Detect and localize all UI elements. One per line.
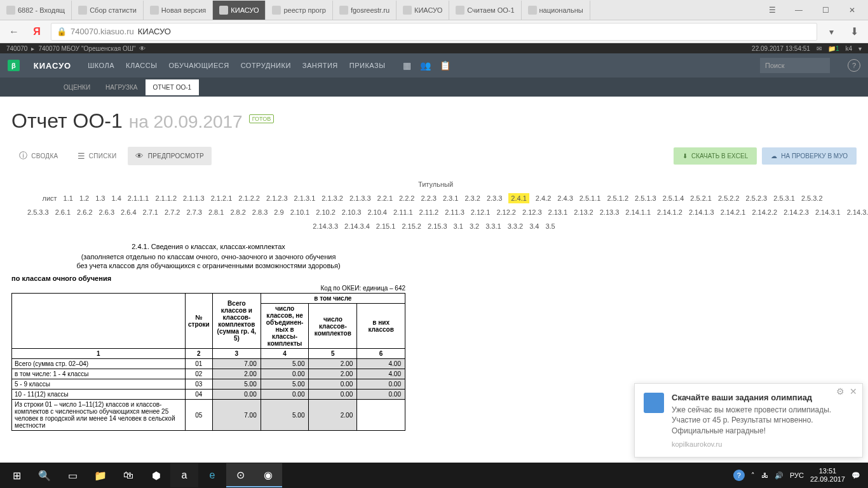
eye-icon[interactable]: 👁 bbox=[139, 45, 146, 52]
start-button[interactable]: ⊞ bbox=[3, 463, 31, 487]
section-link[interactable]: 2.8.1 bbox=[208, 208, 224, 216]
browser-tab[interactable]: КИАСУО bbox=[213, 1, 266, 20]
notification-close-icon[interactable]: ✕ bbox=[850, 386, 857, 396]
section-link[interactable]: 2.5.1.3 bbox=[635, 194, 656, 202]
sub-tab[interactable]: НАГРУЗКА bbox=[98, 79, 145, 95]
ie-icon[interactable]: e bbox=[198, 463, 226, 487]
section-link[interactable]: 2.1.3.3 bbox=[349, 194, 371, 202]
calendar-icon[interactable]: 📋 bbox=[440, 60, 451, 71]
tray-lang[interactable]: РУС bbox=[790, 471, 804, 479]
user-dropdown-icon[interactable]: ▾ bbox=[858, 45, 862, 52]
section-link[interactable]: 2.14.2.2 bbox=[752, 208, 777, 216]
browser-tab[interactable]: Новая версия bbox=[144, 1, 213, 20]
section-link[interactable]: 3.2 bbox=[470, 222, 479, 230]
section-link[interactable]: 2.6.1 bbox=[55, 208, 71, 216]
yandex-logo-icon[interactable]: Я bbox=[28, 23, 46, 41]
section-link[interactable]: 2.14.1.2 bbox=[657, 208, 682, 216]
section-link[interactable]: 2.13.2 bbox=[574, 208, 593, 216]
app-icon[interactable]: ◉ bbox=[254, 463, 282, 487]
notification-settings-icon[interactable]: ⚙ bbox=[836, 386, 844, 396]
section-link[interactable]: 2.4.1 bbox=[508, 193, 529, 203]
nav-item[interactable]: ЗАНЯТИЯ bbox=[302, 62, 338, 69]
close-button[interactable]: ✕ bbox=[839, 1, 865, 19]
section-link[interactable]: 1.2 bbox=[79, 194, 89, 202]
section-link[interactable]: 2.7.1 bbox=[143, 208, 158, 216]
section-link[interactable]: 2.2.3 bbox=[421, 194, 436, 202]
summary-button[interactable]: ⓘСВОДКА bbox=[11, 146, 66, 166]
preview-button[interactable]: 👁ПРЕДПРОСМОТР bbox=[128, 147, 212, 165]
tray-notifications-icon[interactable]: 💬 bbox=[851, 471, 860, 480]
section-link[interactable]: 2.1.3.1 bbox=[294, 194, 316, 202]
tray-network-icon[interactable]: 🖧 bbox=[761, 471, 768, 479]
minimize-button[interactable]: — bbox=[786, 1, 811, 19]
section-link[interactable]: 2.15.1 bbox=[376, 222, 396, 230]
section-link[interactable]: 2.10.1 bbox=[290, 208, 310, 216]
search-icon[interactable]: 🔍 bbox=[31, 463, 58, 487]
section-link[interactable]: 2.5.1.1 bbox=[580, 194, 601, 202]
apps-icon[interactable]: ▦ bbox=[403, 60, 411, 71]
lists-button[interactable]: ☰СПИСКИ bbox=[70, 147, 125, 165]
browser-tab[interactable]: fgosreestr.ru bbox=[333, 1, 397, 20]
section-link[interactable]: 2.1.2.1 bbox=[211, 194, 233, 202]
section-link[interactable]: 2.3.1 bbox=[443, 194, 458, 202]
section-link[interactable]: 2.12.3 bbox=[522, 208, 542, 216]
search-input[interactable] bbox=[760, 58, 830, 73]
section-link[interactable]: 2.12.1 bbox=[471, 208, 491, 216]
nav-item[interactable]: СОТРУДНИКИ bbox=[241, 62, 291, 69]
nav-item[interactable]: ОБУЧАЮЩИЕСЯ bbox=[168, 62, 229, 69]
section-link[interactable]: 2.4.2 bbox=[536, 194, 551, 202]
section-link[interactable]: 2.3.2 bbox=[465, 194, 480, 202]
section-link[interactable]: 2.6.3 bbox=[99, 208, 114, 216]
maximize-button[interactable]: ☐ bbox=[813, 1, 838, 19]
mail-icon[interactable]: ✉ bbox=[817, 45, 822, 52]
brand-logo[interactable]: КИАСУО bbox=[34, 61, 71, 71]
section-link[interactable]: 3.3.1 bbox=[485, 222, 501, 230]
browser-tab[interactable]: Сбор статисти bbox=[72, 1, 144, 20]
bookmark-icon[interactable]: ▾ bbox=[822, 23, 840, 41]
section-link[interactable]: 2.11.1 bbox=[393, 208, 413, 216]
browser-tab[interactable]: 6882 - Входящ bbox=[0, 1, 72, 20]
section-link[interactable]: 2.5.2.2 bbox=[718, 194, 740, 202]
section-link[interactable]: 2.14.1.3 bbox=[689, 208, 714, 216]
user-label[interactable]: k4 bbox=[845, 45, 852, 52]
section-link[interactable]: 2.10.4 bbox=[367, 208, 387, 216]
section-link[interactable]: 2.9 bbox=[274, 208, 283, 216]
section-link[interactable]: 2.11.3 bbox=[445, 208, 465, 216]
section-link[interactable]: 1.3 bbox=[95, 194, 105, 202]
section-link[interactable]: 2.14.3.3 bbox=[313, 222, 338, 230]
nav-item[interactable]: ШКОЛА bbox=[88, 62, 114, 69]
section-link[interactable]: 2.14.2.1 bbox=[721, 208, 746, 216]
section-link[interactable]: 2.5.3.3 bbox=[27, 208, 49, 216]
section-link[interactable]: 2.1.2.3 bbox=[266, 194, 288, 202]
section-link[interactable]: 2.14.3.4 bbox=[344, 222, 370, 230]
section-link[interactable]: 3.5 bbox=[545, 222, 555, 230]
task-view-icon[interactable]: ▭ bbox=[58, 463, 86, 487]
send-review-button[interactable]: ☁НА ПРОВЕРКУ В МУО bbox=[762, 147, 857, 165]
section-link[interactable]: 3.1 bbox=[454, 222, 463, 230]
tray-volume-icon[interactable]: 🔊 bbox=[775, 471, 783, 480]
section-link[interactable]: 2.5.3.1 bbox=[773, 194, 795, 202]
section-link[interactable]: 2.12.2 bbox=[496, 208, 516, 216]
section-link[interactable]: 2.7.2 bbox=[165, 208, 180, 216]
section-link[interactable]: 2.1.2.2 bbox=[238, 194, 260, 202]
download-icon[interactable]: ⬇ bbox=[845, 23, 863, 41]
folder-icon[interactable]: 📁1 bbox=[828, 45, 839, 52]
section-link[interactable]: 2.5.1.2 bbox=[607, 194, 628, 202]
section-link[interactable]: 2.14.3.1 bbox=[815, 208, 841, 216]
dropbox-icon[interactable]: ⬢ bbox=[142, 463, 170, 487]
browser-tab[interactable]: КИАСУО bbox=[397, 1, 449, 20]
section-link[interactable]: 2.15.2 bbox=[402, 222, 421, 230]
section-link[interactable]: 2.5.3.2 bbox=[801, 194, 823, 202]
tray-help-icon[interactable]: ? bbox=[733, 470, 745, 481]
tray-clock[interactable]: 13:51 22.09.2017 bbox=[810, 467, 845, 484]
section-link[interactable]: 2.7.3 bbox=[186, 208, 201, 216]
amazon-icon[interactable]: a bbox=[170, 463, 198, 487]
nav-item[interactable]: КЛАССЫ bbox=[126, 62, 157, 69]
store-icon[interactable]: 🛍 bbox=[114, 463, 142, 487]
section-link[interactable]: 2.13.3 bbox=[600, 208, 620, 216]
section-link[interactable]: 2.10.3 bbox=[342, 208, 362, 216]
section-link[interactable]: 2.14.2.3 bbox=[783, 208, 809, 216]
browser-tab[interactable]: реестр прогр bbox=[266, 1, 332, 20]
section-link[interactable]: 2.14.3.2 bbox=[847, 208, 868, 216]
section-link[interactable]: 2.13.1 bbox=[548, 208, 568, 216]
